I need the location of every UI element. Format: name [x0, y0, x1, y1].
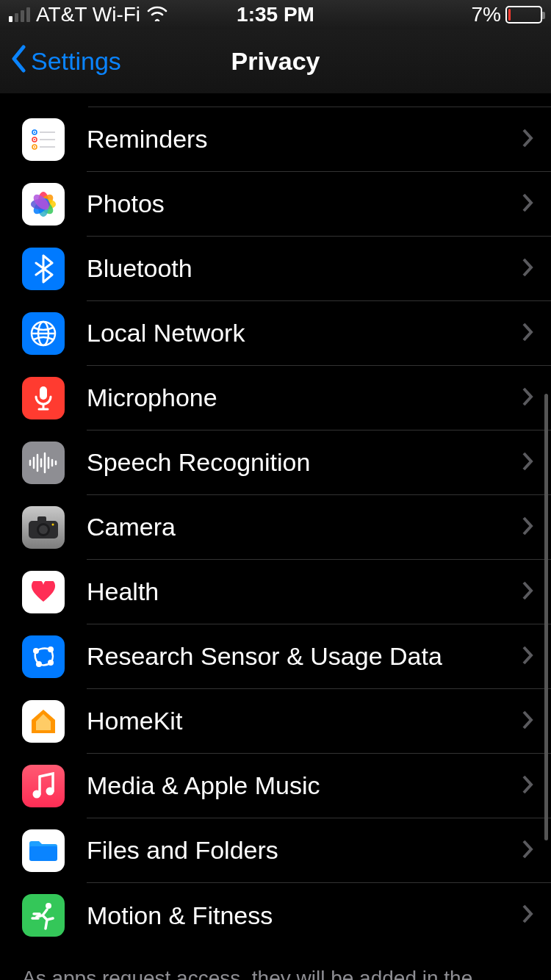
- row-label: Local Network: [87, 319, 522, 347]
- list-item-partial: [88, 94, 551, 107]
- chevron-right-icon: [522, 710, 533, 733]
- camera-icon: [22, 506, 65, 549]
- row-label: Reminders: [87, 125, 522, 154]
- row-label: Photos: [87, 190, 522, 218]
- row-label: Microphone: [87, 383, 522, 412]
- row-microphone[interactable]: Microphone: [22, 366, 551, 430]
- folder-icon: [22, 829, 65, 872]
- globe-icon: [22, 312, 65, 355]
- chevron-right-icon: [522, 774, 533, 798]
- chevron-right-icon: [522, 839, 533, 862]
- svg-rect-42: [29, 846, 57, 861]
- row-label: Health: [87, 577, 522, 606]
- scrollbar[interactable]: [544, 394, 548, 840]
- row-camera[interactable]: Camera: [22, 495, 551, 560]
- cellular-signal-icon: [9, 7, 30, 22]
- back-label: Settings: [31, 47, 121, 76]
- battery-percent: 7%: [472, 3, 501, 26]
- svg-point-41: [46, 788, 54, 796]
- row-bluetooth[interactable]: Bluetooth: [22, 237, 551, 301]
- photos-icon: [22, 183, 65, 226]
- research-icon: [22, 635, 65, 678]
- row-label: Media & Apple Music: [87, 771, 522, 800]
- chevron-right-icon: [522, 322, 533, 345]
- svg-point-3: [34, 139, 35, 140]
- row-motion-fitness[interactable]: Motion & Fitness: [22, 883, 551, 948]
- row-files-folders[interactable]: Files and Folders: [22, 818, 551, 883]
- microphone-icon: [22, 377, 65, 419]
- row-label: Motion & Fitness: [87, 901, 522, 930]
- row-label: Bluetooth: [87, 254, 522, 283]
- row-health[interactable]: Health: [22, 560, 551, 624]
- chevron-right-icon: [522, 257, 533, 281]
- svg-rect-32: [37, 516, 46, 522]
- content-scroll[interactable]: Reminders: [0, 94, 551, 980]
- chevron-right-icon: [522, 451, 533, 475]
- reminders-icon: [22, 118, 65, 161]
- clock: 1:35 PM: [187, 3, 364, 26]
- back-button[interactable]: Settings: [0, 45, 121, 79]
- row-label: HomeKit: [87, 707, 522, 735]
- svg-rect-20: [40, 386, 47, 400]
- row-label: Speech Recognition: [87, 448, 522, 477]
- row-label: Files and Folders: [87, 836, 522, 865]
- svg-point-5: [34, 146, 35, 148]
- footer-text: As apps request access, they will be add…: [0, 948, 551, 980]
- chevron-right-icon: [522, 516, 533, 539]
- svg-point-34: [39, 525, 48, 534]
- chevron-right-icon: [522, 128, 533, 151]
- row-speech-recognition[interactable]: Speech Recognition: [22, 430, 551, 495]
- svg-point-35: [52, 524, 54, 526]
- carrier-label: AT&T Wi-Fi: [36, 3, 140, 26]
- home-icon: [22, 700, 65, 743]
- bluetooth-icon: [22, 248, 65, 290]
- svg-point-40: [33, 790, 41, 799]
- row-local-network[interactable]: Local Network: [22, 301, 551, 366]
- svg-point-43: [46, 903, 51, 909]
- status-bar: AT&T Wi-Fi 1:35 PM 7%: [0, 0, 551, 29]
- heart-icon: [22, 571, 65, 613]
- row-photos[interactable]: Photos: [22, 172, 551, 237]
- row-research-sensor[interactable]: Research Sensor & Usage Data: [22, 624, 551, 689]
- battery-icon: [505, 6, 542, 24]
- chevron-right-icon: [522, 645, 533, 669]
- row-reminders[interactable]: Reminders: [22, 107, 551, 172]
- row-homekit[interactable]: HomeKit: [22, 689, 551, 754]
- waveform-icon: [22, 442, 65, 484]
- svg-point-1: [34, 131, 35, 133]
- row-label: Camera: [87, 513, 522, 541]
- wifi-icon: [146, 3, 168, 26]
- chevron-right-icon: [522, 192, 533, 216]
- music-icon: [22, 765, 65, 807]
- chevron-left-icon: [10, 45, 26, 79]
- navigation-bar: Settings Privacy: [0, 29, 551, 94]
- row-label: Research Sensor & Usage Data: [87, 642, 522, 671]
- chevron-right-icon: [522, 386, 533, 410]
- chevron-right-icon: [522, 904, 533, 927]
- row-media-apple-music[interactable]: Media & Apple Music: [22, 754, 551, 818]
- running-icon: [22, 894, 65, 937]
- chevron-right-icon: [522, 580, 533, 604]
